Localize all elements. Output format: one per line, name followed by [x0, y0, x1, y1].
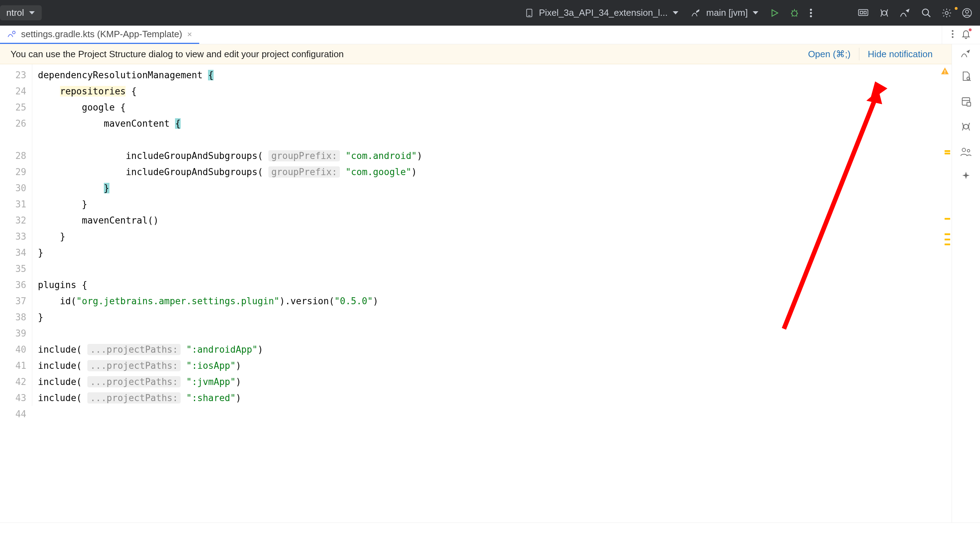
- code-with-me-icon: [857, 8, 869, 18]
- svg-line-30: [970, 80, 971, 81]
- settings-button[interactable]: [937, 8, 957, 18]
- svg-point-36: [967, 150, 970, 152]
- svg-point-3: [792, 11, 797, 16]
- svg-point-25: [952, 33, 954, 35]
- svg-rect-16: [864, 11, 866, 14]
- search-icon: [921, 8, 932, 18]
- gradle-file-icon: [7, 30, 16, 39]
- svg-point-17: [882, 11, 887, 15]
- gutter: 2324252628293031323334353637383940414243…: [0, 64, 32, 422]
- close-tab-button[interactable]: ×: [187, 30, 192, 38]
- right-tool-spark[interactable]: [961, 171, 971, 182]
- right-tool-files[interactable]: [960, 70, 972, 83]
- svg-point-20: [945, 11, 948, 14]
- svg-point-23: [13, 31, 16, 33]
- svg-line-19: [928, 14, 931, 17]
- svg-line-9: [792, 16, 793, 16]
- notification-message: You can use the Project Structure dialog…: [11, 49, 800, 60]
- vc-label: ntrol: [6, 7, 24, 18]
- tab-filename: settings.gradle.kts (KMP-App-Template): [21, 29, 182, 40]
- right-tool-structure[interactable]: [960, 96, 972, 108]
- svg-line-8: [796, 10, 797, 11]
- status-bar: [0, 523, 980, 539]
- chevron-down-icon: [673, 11, 678, 14]
- svg-point-35: [962, 148, 966, 151]
- more-vert-icon: [951, 29, 954, 38]
- code-content: dependencyResolutionManagement { reposit…: [32, 64, 951, 406]
- svg-line-7: [792, 10, 793, 11]
- project-structure-notification: You can use the Project Structure dialog…: [0, 44, 951, 64]
- bug-icon: [789, 8, 800, 18]
- debug-tool-icon: [960, 121, 972, 132]
- notifications-button[interactable]: [961, 29, 971, 40]
- right-tool-collab[interactable]: [960, 146, 972, 158]
- code-editor[interactable]: 2324252628293031323334353637383940414243…: [0, 64, 951, 523]
- file-search-icon: [960, 70, 972, 82]
- device-name: Pixel_3a_API_34_extension_l...: [539, 7, 668, 18]
- run-config-name: main [jvm]: [706, 7, 748, 18]
- more-actions-button[interactable]: [805, 8, 817, 18]
- code-with-me-button[interactable]: [852, 8, 874, 18]
- people-icon: [960, 146, 972, 157]
- svg-rect-33: [967, 102, 971, 106]
- bug-outline-icon: [879, 8, 889, 18]
- tab-more-button[interactable]: [951, 29, 954, 40]
- structure-icon: [960, 96, 972, 107]
- run-button[interactable]: [765, 8, 784, 18]
- device-selector[interactable]: Pixel_3a_API_34_extension_l...: [519, 7, 684, 18]
- kotlin-icon: [691, 8, 702, 18]
- svg-point-13: [810, 15, 812, 17]
- chevron-down-icon: [753, 11, 758, 14]
- play-icon: [770, 8, 780, 18]
- svg-point-34: [964, 124, 968, 129]
- more-vert-icon: [810, 8, 812, 18]
- updates-button[interactable]: [874, 8, 894, 18]
- error-stripe[interactable]: [942, 64, 951, 406]
- version-control-button[interactable]: ntrol: [0, 5, 42, 20]
- title-bar: ntrol Pixel_3a_API_34_extension_l... mai…: [0, 0, 980, 26]
- svg-point-26: [952, 36, 954, 38]
- hide-notification-link[interactable]: Hide notification: [859, 49, 941, 60]
- svg-point-24: [952, 30, 954, 32]
- svg-line-10: [796, 16, 797, 16]
- svg-point-12: [810, 12, 812, 14]
- run-config-selector[interactable]: main [jvm]: [685, 7, 765, 18]
- right-tool-column: [951, 64, 980, 523]
- account-button[interactable]: [957, 8, 980, 18]
- editor-tab[interactable]: settings.gradle.kts (KMP-App-Template) ×: [0, 26, 199, 44]
- debug-button[interactable]: [784, 8, 805, 18]
- ai-assistant-button[interactable]: [894, 8, 916, 18]
- svg-rect-15: [861, 11, 863, 14]
- device-icon: [525, 8, 534, 18]
- search-button[interactable]: [916, 8, 937, 18]
- svg-point-22: [966, 10, 969, 13]
- svg-marker-2: [772, 10, 778, 16]
- gear-icon: [942, 8, 952, 18]
- svg-point-11: [810, 8, 812, 11]
- assistant-icon: [899, 8, 911, 18]
- user-icon: [962, 8, 972, 18]
- open-project-structure-link[interactable]: Open (⌘;): [800, 49, 859, 60]
- right-tool-assistant[interactable]: [960, 49, 972, 60]
- sparkle-icon: [961, 171, 971, 181]
- chevron-down-icon: [29, 11, 35, 14]
- assistant-icon: [960, 49, 972, 59]
- right-tool-debug[interactable]: [960, 121, 972, 134]
- svg-point-18: [923, 9, 929, 15]
